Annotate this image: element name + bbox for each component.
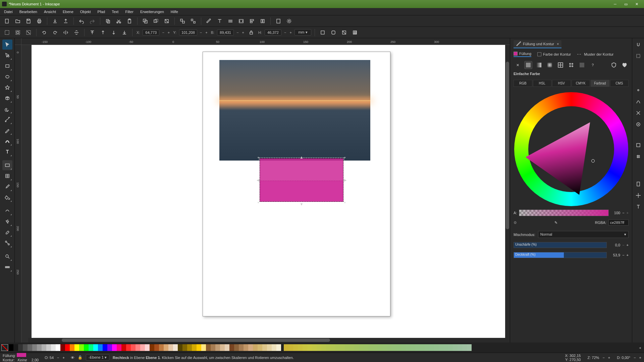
palette-swatch[interactable] — [262, 344, 267, 351]
alpha-inc[interactable]: + — [627, 211, 629, 215]
selector-tool[interactable] — [2, 40, 12, 50]
raise-icon[interactable] — [99, 28, 107, 37]
palette-swatch[interactable] — [312, 344, 317, 351]
star-tool[interactable] — [2, 82, 12, 93]
menu-pfad[interactable]: Pfad — [95, 9, 108, 14]
select-all-layers-icon[interactable] — [3, 28, 11, 37]
paint-linear-icon[interactable] — [535, 61, 543, 69]
palette-swatch[interactable] — [284, 344, 288, 351]
color-wheel[interactable] — [514, 92, 628, 206]
palette-swatch[interactable] — [425, 344, 429, 351]
alpha-dec[interactable]: − — [622, 211, 624, 215]
menu-bearbeiten[interactable]: Bearbeiten — [17, 9, 40, 14]
panel-close-icon[interactable]: × — [557, 42, 559, 46]
snap-other-icon[interactable] — [634, 141, 643, 149]
panel-tab-fill-stroke[interactable]: Füllung und Kontur × — [514, 40, 561, 48]
palette-swatch[interactable] — [350, 344, 354, 351]
palette-swatch[interactable] — [126, 344, 131, 351]
prefs-button[interactable] — [285, 17, 293, 25]
opacity-dec[interactable]: − — [622, 253, 624, 257]
blur-dec[interactable]: − — [622, 243, 624, 247]
paste-button[interactable] — [125, 17, 134, 25]
h-input[interactable]: 46,372 — [265, 29, 281, 36]
layers-button[interactable] — [226, 17, 235, 25]
palette-swatch[interactable] — [415, 344, 420, 351]
palette-swatch[interactable] — [117, 344, 121, 351]
mesh-tool[interactable] — [2, 171, 12, 181]
palette-swatch[interactable] — [434, 344, 439, 351]
connector-tool[interactable] — [2, 238, 12, 248]
palette-swatch[interactable] — [267, 344, 272, 351]
paint-unknown-icon[interactable]: ? — [589, 61, 597, 69]
palette-swatch[interactable] — [46, 344, 51, 351]
duplicate-button[interactable] — [141, 17, 150, 25]
visibility-icon[interactable]: 👁 — [71, 356, 74, 360]
close-button[interactable]: ✕ — [631, 1, 642, 7]
palette-swatch[interactable] — [354, 344, 359, 351]
palette-swatch[interactable] — [60, 344, 65, 351]
canvas[interactable]: ↖ ↗ ↙ ↘ ▲ ▼ ◀ ▶ — [21, 45, 510, 343]
tab-stroke-style[interactable]: Muster der Kontur — [577, 52, 613, 57]
colormanaged-icon[interactable]: ⚙ — [514, 221, 517, 225]
spray-tool[interactable] — [2, 217, 12, 227]
palette-swatch[interactable] — [42, 344, 46, 351]
dropper-tool[interactable] — [2, 182, 12, 192]
redo-button[interactable] — [88, 17, 97, 25]
snap-center-icon[interactable] — [634, 120, 643, 129]
palette-swatch[interactable] — [107, 344, 112, 351]
spiral-tool[interactable] — [2, 104, 12, 114]
cut-button[interactable] — [114, 17, 123, 25]
eyedropper-icon[interactable]: ✎ — [554, 221, 557, 225]
w-input[interactable]: 89,431 — [217, 29, 234, 36]
palette-swatch[interactable] — [23, 344, 28, 351]
paint-shield-icon[interactable] — [610, 61, 618, 69]
palette-swatch[interactable] — [303, 344, 307, 351]
menu-hilfe[interactable]: Hilfe — [168, 9, 181, 14]
menu-ebene[interactable]: Ebene — [60, 9, 76, 14]
horizontal-scrollbar[interactable] — [28, 338, 510, 343]
palette-swatch[interactable] — [197, 344, 201, 351]
palette-swatch[interactable] — [429, 344, 434, 351]
palette-swatch[interactable] — [98, 344, 103, 351]
save-button[interactable] — [24, 17, 33, 25]
minimize-button[interactable]: ─ — [610, 1, 621, 7]
palette-swatch[interactable] — [387, 344, 392, 351]
palette-swatch[interactable] — [9, 344, 13, 351]
scale-stroke-icon[interactable] — [318, 28, 327, 37]
deselect-icon[interactable] — [24, 28, 33, 37]
paint-heart-icon[interactable] — [621, 61, 629, 69]
ungroup-button[interactable] — [189, 17, 198, 25]
palette-swatch[interactable] — [321, 344, 326, 351]
menu-ansicht[interactable]: Ansicht — [41, 9, 59, 14]
rotate-ccw-icon[interactable] — [40, 28, 49, 37]
palette-swatch[interactable] — [32, 344, 37, 351]
status-opacity[interactable]: 54 — [50, 356, 54, 360]
palette-swatch[interactable] — [401, 344, 406, 351]
measure-tool[interactable] — [2, 262, 12, 272]
palette-swatch[interactable] — [326, 344, 331, 351]
rotation-value[interactable]: 0,00° — [622, 356, 630, 360]
palette-swatch[interactable] — [145, 344, 150, 351]
rotate-cw-icon[interactable] — [51, 28, 59, 37]
unit-select[interactable]: mm ▾ — [294, 29, 311, 36]
palette-swatch[interactable] — [276, 344, 281, 351]
palette-swatch[interactable] — [136, 344, 140, 351]
photo-object[interactable] — [219, 60, 370, 161]
palette-swatch[interactable] — [56, 344, 60, 351]
palette-swatch[interactable] — [28, 344, 32, 351]
zoom-value[interactable]: 72% — [592, 356, 599, 360]
palette-none[interactable] — [1, 344, 8, 351]
palette-swatch[interactable] — [201, 344, 206, 351]
group-button[interactable] — [178, 17, 187, 25]
palette-swatch[interactable] — [244, 344, 248, 351]
palette-swatch[interactable] — [89, 344, 93, 351]
paint-mesh-icon[interactable] — [556, 61, 565, 69]
palette-swatch[interactable] — [368, 344, 373, 351]
bezier-tool[interactable] — [2, 115, 12, 125]
rot-dec[interactable]: − — [634, 356, 636, 360]
palette-swatch[interactable] — [248, 344, 253, 351]
vertical-scrollbar[interactable] — [505, 45, 510, 338]
paintbucket-tool[interactable] — [2, 192, 12, 202]
snap-grid-icon[interactable] — [634, 152, 643, 161]
zoom-tool[interactable] — [2, 251, 12, 261]
